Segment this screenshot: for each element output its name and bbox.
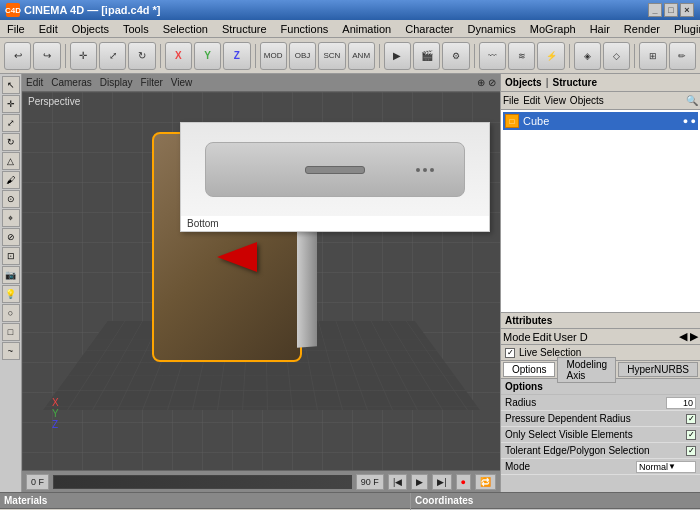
attr-visible-checkbox[interactable]: ✓	[686, 430, 696, 440]
menu-functions[interactable]: Functions	[278, 22, 332, 36]
tool-y[interactable]: Y	[194, 42, 221, 70]
close-button[interactable]: ×	[680, 3, 694, 17]
live-checkbox[interactable]: ✓	[505, 348, 515, 358]
menu-tools[interactable]: Tools	[120, 22, 152, 36]
attr-userd-btn[interactable]: User D	[554, 331, 588, 343]
obj-edit[interactable]: Edit	[523, 95, 540, 106]
tool-model[interactable]: MOD	[260, 42, 287, 70]
next-frame-btn[interactable]: ▶|	[432, 474, 451, 490]
ipad-bottom-view	[205, 142, 465, 197]
vp-controls: ⊕ ⊘	[477, 77, 496, 88]
app-logo: C4D	[6, 3, 20, 17]
vp-view[interactable]: View	[171, 77, 193, 88]
left-tool-bridge[interactable]: ⊡	[2, 247, 20, 265]
tool-anim[interactable]: ANM	[348, 42, 375, 70]
tool-object[interactable]: OBJ	[289, 42, 316, 70]
tool-dynamics[interactable]: ⚡	[537, 42, 564, 70]
menu-edit[interactable]: Edit	[36, 22, 61, 36]
vp-cameras[interactable]: Cameras	[51, 77, 92, 88]
tool-render-preview[interactable]: ▶	[384, 42, 411, 70]
left-tool-move[interactable]: ✛	[2, 95, 20, 113]
tool-undo[interactable]: ↩	[4, 42, 31, 70]
attr-tabs-row: Mode Edit User D ◀ ▶	[501, 329, 700, 345]
structure-tab[interactable]: Structure	[553, 77, 597, 88]
left-tool-knife[interactable]: ⌖	[2, 209, 20, 227]
play-btn[interactable]: ▶	[411, 474, 428, 490]
left-tool-camera[interactable]: 📷	[2, 266, 20, 284]
menu-render[interactable]: Render	[621, 22, 663, 36]
overlay-label: Bottom	[181, 216, 489, 231]
tab-hypernurbs[interactable]: HyperNURBS	[618, 362, 698, 377]
tool-z[interactable]: Z	[223, 42, 250, 70]
obj-file[interactable]: File	[503, 95, 519, 106]
menu-dynamics[interactable]: Dynamics	[465, 22, 519, 36]
vp-filter[interactable]: Filter	[141, 77, 163, 88]
timeline-scrubber[interactable]	[53, 475, 352, 489]
viewport-canvas[interactable]: Perspective	[22, 92, 500, 470]
tool-mograph-2[interactable]: ◇	[603, 42, 630, 70]
obj-objects[interactable]: Objects	[570, 95, 604, 106]
menu-plugins[interactable]: Plugins	[671, 22, 700, 36]
tool-x[interactable]: X	[165, 42, 192, 70]
menu-file[interactable]: File	[4, 22, 28, 36]
tool-mograph-1[interactable]: ◈	[574, 42, 601, 70]
frame-current-btn[interactable]: 90 F	[356, 474, 384, 490]
menu-animation[interactable]: Animation	[339, 22, 394, 36]
tool-scale[interactable]: ⤢	[99, 42, 126, 70]
materials-panel: Materials File Edit Function Texture 0:0…	[0, 493, 410, 510]
attr-tolerant-checkbox[interactable]: ✓	[686, 446, 696, 456]
object-list: □ Cube ● ●	[501, 110, 700, 312]
attr-radius-label: Radius	[505, 397, 536, 408]
left-tool-light[interactable]: 💡	[2, 285, 20, 303]
maximize-button[interactable]: □	[664, 3, 678, 17]
attr-tolerant-row: Tolerant Edge/Polygon Selection ✓	[501, 443, 700, 459]
left-tool-floor[interactable]: □	[2, 323, 20, 341]
objects-tab[interactable]: Objects	[505, 77, 542, 88]
loop-btn[interactable]: 🔁	[475, 474, 496, 490]
prev-frame-btn[interactable]: |◀	[388, 474, 407, 490]
tool-redo[interactable]: ↪	[33, 42, 60, 70]
attr-mode-btn[interactable]: Mode	[503, 331, 531, 343]
tool-render[interactable]: 🎬	[413, 42, 440, 70]
left-tool-magnet[interactable]: ⊙	[2, 190, 20, 208]
menu-selection[interactable]: Selection	[160, 22, 211, 36]
left-tool-poly[interactable]: △	[2, 152, 20, 170]
menu-character[interactable]: Character	[402, 22, 456, 36]
tool-hair-2[interactable]: ≋	[508, 42, 535, 70]
left-tool-rotate[interactable]: ↻	[2, 133, 20, 151]
object-visibility: ● ●	[683, 116, 696, 126]
tool-rotate[interactable]: ↻	[128, 42, 155, 70]
left-tool-paint[interactable]: 🖌	[2, 171, 20, 189]
attr-edit-btn[interactable]: Edit	[533, 331, 552, 343]
menu-mograph[interactable]: MoGraph	[527, 22, 579, 36]
tool-scene[interactable]: SCN	[318, 42, 345, 70]
minimize-button[interactable]: _	[648, 3, 662, 17]
tool-xref[interactable]: ⊞	[639, 42, 666, 70]
menu-structure[interactable]: Structure	[219, 22, 270, 36]
record-btn[interactable]: ●	[456, 474, 471, 490]
attr-radius-value[interactable]: 10	[666, 397, 696, 409]
tool-hair-1[interactable]: 〰	[479, 42, 506, 70]
tool-paint[interactable]: ✏	[669, 42, 696, 70]
left-tool-scale[interactable]: ⤢	[2, 114, 20, 132]
object-item-cube[interactable]: □ Cube ● ●	[503, 112, 698, 130]
frame-start-btn[interactable]: 0 F	[26, 474, 49, 490]
tool-move[interactable]: ✛	[70, 42, 97, 70]
attr-radius-row: Radius 10	[501, 395, 700, 411]
left-tool-null[interactable]: ○	[2, 304, 20, 322]
tab-options[interactable]: Options	[503, 362, 555, 377]
attr-mode-dropdown[interactable]: Normal ▼	[636, 461, 696, 473]
menu-objects[interactable]: Objects	[69, 22, 112, 36]
tool-render-settings[interactable]: ⚙	[442, 42, 469, 70]
attr-pressure-checkbox[interactable]: ✓	[686, 414, 696, 424]
coordinates-title: Coordinates	[415, 495, 473, 506]
obj-view[interactable]: View	[544, 95, 566, 106]
obj-search[interactable]: 🔍	[686, 95, 698, 106]
separator-2	[160, 44, 161, 68]
vp-edit[interactable]: Edit	[26, 77, 43, 88]
menu-hair[interactable]: Hair	[587, 22, 613, 36]
vp-display[interactable]: Display	[100, 77, 133, 88]
left-tool-select[interactable]: ↖	[2, 76, 20, 94]
left-tool-loop[interactable]: ⊘	[2, 228, 20, 246]
left-tool-spline[interactable]: ~	[2, 342, 20, 360]
